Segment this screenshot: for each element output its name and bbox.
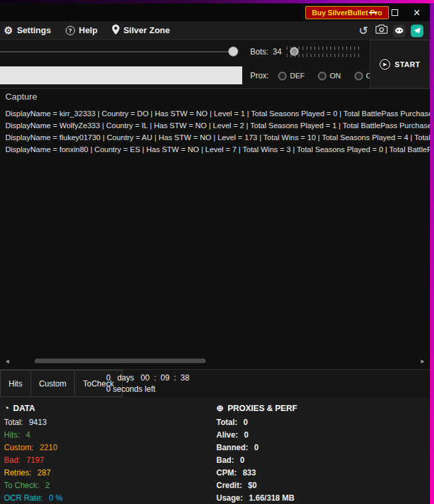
scrollbar-thumb[interactable] <box>35 359 206 363</box>
stat-label: Usage: <box>216 492 243 504</box>
menu-settings-label: Settings <box>17 25 50 35</box>
gear-icon: ⚙ <box>4 25 13 37</box>
bots-label: Bots: <box>250 47 268 56</box>
stat-label: Bad: <box>4 454 21 467</box>
radio-proxy-def[interactable] <box>278 72 287 80</box>
results-tabbar: Hits Custom ToCheck 0 days 00 : 09 : 38 … <box>0 369 430 397</box>
horizontal-scrollbar[interactable]: ◄ ► <box>0 357 430 366</box>
minimize-icon <box>369 12 377 13</box>
stat-custom: Custom: 2210 <box>4 442 62 454</box>
stat-value: $0 <box>248 479 257 492</box>
stat-value: 287 <box>37 467 50 479</box>
stat-value: 2210 <box>40 442 58 454</box>
scroll-left-icon[interactable]: ◄ <box>3 358 12 365</box>
telegram-icon <box>413 25 421 37</box>
controls-panel: Bots: 34 Prox: DEF ON OFF ▶ START <box>0 40 430 88</box>
telegram-button[interactable] <box>411 25 423 37</box>
proxies-stats: ⊕ PROXIES & PERF Total: 0 Alive: 0 Banne… <box>216 403 297 504</box>
start-button[interactable]: ▶ START <box>380 59 420 70</box>
stats-panel: ◔ DATA Total: 9413 Hits: 4 Custom: 2210 … <box>0 397 430 504</box>
stat-tocheck: To Check: 2 <box>4 479 62 492</box>
stat-value: 1.66/318 MB <box>249 492 295 504</box>
timer-remaining: 0 seconds left <box>106 384 189 395</box>
radio-proxy-on[interactable] <box>318 72 326 80</box>
close-button[interactable]: × <box>411 6 422 19</box>
stat-label: OCR Rate: <box>4 492 43 504</box>
stat-value: 4 <box>26 429 31 442</box>
history-icon: ↺ <box>358 25 368 37</box>
minimize-button[interactable] <box>368 6 378 19</box>
stat-label: To Check: <box>4 479 39 492</box>
capture-line: DisplayName = fonxin80 | Country = ES | … <box>5 143 430 155</box>
play-icon: ▶ <box>380 59 390 70</box>
stat-value: 0 % <box>49 492 63 504</box>
menu-silver-zone[interactable]: Silver Zone <box>112 25 170 37</box>
pie-chart-icon: ◔ <box>4 403 9 413</box>
map-pin-icon <box>112 25 119 37</box>
menu-help[interactable]: ? Help <box>66 25 98 35</box>
stat-hits: Hits: 4 <box>4 429 62 442</box>
bots-slider[interactable] <box>287 46 362 57</box>
radio-proxy-off[interactable] <box>354 72 363 80</box>
window-accent-right <box>430 0 434 504</box>
stat-value: 2 <box>45 479 50 492</box>
perf-credit: Credit: $0 <box>216 479 297 492</box>
proxies-section-header: ⊕ PROXIES & PERF <box>216 403 297 413</box>
stat-value: 7197 <box>27 454 44 467</box>
radio-proxy-on-label: ON <box>330 72 341 80</box>
scroll-right-icon[interactable]: ► <box>418 358 427 365</box>
titlebar: Buy SilverBullet Pro × <box>0 3 430 21</box>
data-section-title: DATA <box>13 404 35 413</box>
history-button[interactable]: ↺ <box>357 25 370 37</box>
close-icon: × <box>413 7 421 19</box>
capture-log: DisplayName = kirr_32333 | Country = DO … <box>5 108 430 155</box>
menubar-icons: ↺ <box>357 21 423 40</box>
proxies-section-title: PROXIES & PERF <box>228 404 297 413</box>
tab-custom[interactable]: Custom <box>31 370 75 397</box>
stat-value: 0 <box>244 416 248 429</box>
data-stats: ◔ DATA Total: 9413 Hits: 4 Custom: 2210 … <box>4 403 62 504</box>
stat-label: Banned: <box>216 442 248 454</box>
globe-gauge-icon: ⊕ <box>216 403 224 413</box>
tabs: Hits Custom ToCheck <box>0 370 123 397</box>
radio-proxy-def-label: DEF <box>290 72 305 80</box>
bots-value: 34 <box>273 47 281 56</box>
stat-label: Alive: <box>216 429 238 442</box>
tab-hits[interactable]: Hits <box>0 370 31 397</box>
screenshot-button[interactable] <box>375 25 388 37</box>
prox-label: Prox: <box>250 71 269 80</box>
stat-label: Custom: <box>4 442 34 454</box>
stat-retries: Retries: 287 <box>4 467 62 479</box>
stat-value: 833 <box>243 467 256 479</box>
threads-slider-thumb[interactable] <box>228 46 238 56</box>
menu-settings[interactable]: ⚙ Settings <box>4 25 51 37</box>
capture-title: Capture <box>5 92 37 102</box>
discord-icon <box>395 25 403 37</box>
capture-line: DisplayName = kirr_32333 | Country = DO … <box>5 108 430 120</box>
stat-total: Total: 9413 <box>4 416 62 429</box>
stat-label: Total: <box>216 416 238 429</box>
bots-slider-thumb[interactable] <box>290 47 299 56</box>
stat-bad: Bad: 7197 <box>4 454 62 467</box>
data-section-header: ◔ DATA <box>4 403 62 413</box>
menubar: ⚙ Settings ? Help Silver Zone ↺ <box>0 21 430 40</box>
maximize-button[interactable] <box>390 6 400 19</box>
help-icon: ? <box>66 26 75 35</box>
stat-label: CPM: <box>216 467 237 479</box>
app-window: Buy SilverBullet Pro × ⚙ Settings ? Help… <box>0 0 434 504</box>
start-button-label: START <box>395 60 420 68</box>
capture-panel: Capture DisplayName = kirr_32333 | Count… <box>0 88 430 369</box>
capture-line: DisplayName = flukey01730 | Country = AU… <box>5 131 430 143</box>
stat-ocr-rate: OCR Rate: 0 % <box>4 492 62 504</box>
stat-value: 0 <box>240 454 245 467</box>
window-accent-top <box>0 0 434 3</box>
threads-slider-track[interactable] <box>0 51 234 52</box>
stat-value: 9413 <box>29 416 47 429</box>
stat-label: Total: <box>4 416 23 429</box>
proxy-alive: Alive: 0 <box>216 429 297 442</box>
timer-elapsed: 0 days 00 : 09 : 38 <box>106 373 189 384</box>
discord-button[interactable] <box>393 25 405 37</box>
wordlist-input[interactable] <box>0 66 242 84</box>
perf-cpm: CPM: 833 <box>216 467 297 479</box>
maximize-icon <box>392 9 398 16</box>
